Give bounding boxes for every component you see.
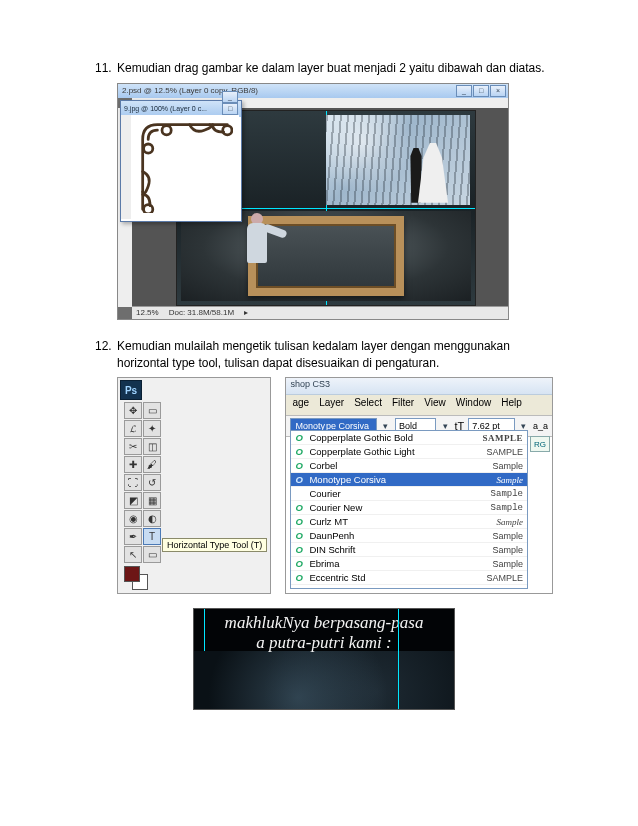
- font-sample: Sample: [497, 587, 524, 590]
- font-option[interactable]: ODIN SchriftSample: [291, 543, 527, 557]
- pen-tool-icon[interactable]: ✒: [124, 528, 142, 545]
- close-icon[interactable]: ×: [490, 85, 506, 97]
- opentype-icon: O: [295, 530, 309, 541]
- menu-item[interactable]: Window: [456, 397, 492, 413]
- font-name: Monotype Corsiva: [309, 474, 496, 485]
- font-sample: SAMPLE: [482, 433, 523, 443]
- font-option[interactable]: OMonotype CorsivaSample: [291, 473, 527, 487]
- crop-tool-icon[interactable]: ✂: [124, 438, 142, 455]
- svg-point-2: [223, 125, 232, 134]
- tool-tooltip: Horizontal Type Tool (T): [162, 538, 267, 552]
- maximize-icon[interactable]: □: [222, 103, 238, 115]
- font-name: Courier: [309, 488, 490, 499]
- eraser-tool-icon[interactable]: ◩: [124, 492, 142, 509]
- opentype-icon: O: [295, 572, 309, 583]
- bride-figure: [418, 143, 448, 203]
- font-name: DIN Schrift: [309, 544, 492, 555]
- font-option[interactable]: OEbrimaSample: [291, 557, 527, 571]
- screenshot-photoshop-canvas: 2.psd @ 12.5% (Layer 0 copy, RGB/8) _ □ …: [117, 83, 509, 320]
- healing-tool-icon[interactable]: ✚: [124, 456, 142, 473]
- minimize-icon[interactable]: _: [456, 85, 472, 97]
- font-name: Ebrima: [309, 558, 492, 569]
- font-option[interactable]: OCopperplate Gothic BoldSAMPLE: [291, 431, 527, 445]
- font-name: Courier New: [309, 502, 490, 513]
- photo-lower[interactable]: [181, 211, 471, 301]
- font-name: Edwardian Script ITC: [309, 586, 496, 589]
- opentype-icon: O: [295, 586, 309, 589]
- font-sample: SAMPLE: [486, 447, 523, 457]
- font-option[interactable]: OCurlz MTSample: [291, 515, 527, 529]
- man-holding-frame: [239, 213, 281, 281]
- font-sample: Sample: [492, 531, 523, 541]
- menu-item[interactable]: View: [424, 397, 446, 413]
- maximize-icon[interactable]: □: [473, 85, 489, 97]
- menu-item[interactable]: Select: [354, 397, 382, 413]
- opentype-icon: O: [295, 474, 309, 485]
- marquee-tool-icon[interactable]: ▭: [143, 402, 161, 419]
- ornament-canvas[interactable]: [131, 115, 239, 219]
- foreground-swatch[interactable]: [124, 566, 140, 582]
- opentype-icon: O: [295, 544, 309, 555]
- blur-tool-icon[interactable]: ◉: [124, 510, 142, 527]
- font-dropdown-list[interactable]: OCopperplate Gothic BoldSAMPLEOCopperpla…: [290, 430, 528, 589]
- font-sample: Sample: [491, 503, 523, 513]
- screenshot-tools-palette: Ps ✥ ▭ 𝓛 ✦ ✂ ◫ ✚ 🖌 ⛶ ↺ ◩ ▦ ◉ ◐ ✒: [117, 377, 271, 594]
- step-number: 11.: [95, 60, 117, 77]
- step-text: Kemudian drag gambar ke dalam layer buat…: [117, 60, 553, 77]
- shape-tool-icon[interactable]: ▭: [143, 546, 161, 563]
- menu-item[interactable]: Layer: [319, 397, 344, 413]
- font-name: Corbel: [309, 460, 492, 471]
- font-option[interactable]: OEdwardian Script ITCSample: [291, 585, 527, 589]
- font-option[interactable]: OCorbelSample: [291, 459, 527, 473]
- stamp-tool-icon[interactable]: ⛶: [124, 474, 142, 491]
- photo-upper[interactable]: [326, 115, 470, 205]
- font-option[interactable]: CourierSample: [291, 487, 527, 501]
- font-sample: Sample: [492, 461, 523, 471]
- font-option[interactable]: ODaunPenhSample: [291, 529, 527, 543]
- dodge-tool-icon[interactable]: ◐: [143, 510, 161, 527]
- history-brush-icon[interactable]: ↺: [143, 474, 161, 491]
- opentype-icon: O: [295, 502, 309, 513]
- menubar: age Layer Select Filter View Window Help: [286, 395, 552, 416]
- type-tool-icon[interactable]: T: [143, 528, 161, 545]
- wand-tool-icon[interactable]: ✦: [143, 420, 161, 437]
- opentype-icon: O: [295, 446, 309, 457]
- svg-point-0: [144, 144, 153, 153]
- font-option[interactable]: OCourier NewSample: [291, 501, 527, 515]
- font-option[interactable]: OCopperplate Gothic LightSAMPLE: [291, 445, 527, 459]
- lasso-tool-icon[interactable]: 𝓛: [124, 420, 142, 437]
- tool-palette: ✥ ▭ 𝓛 ✦ ✂ ◫ ✚ 🖌 ⛶ ↺ ◩ ▦ ◉ ◐ ✒ T ↖: [124, 402, 161, 563]
- menu-item[interactable]: Help: [501, 397, 522, 413]
- ps-logo-icon: Ps: [120, 380, 142, 400]
- font-sample: Sample: [497, 517, 524, 527]
- svg-point-1: [162, 125, 171, 134]
- chevron-right-icon[interactable]: ▸: [244, 308, 248, 317]
- gradient-tool-icon[interactable]: ▦: [143, 492, 161, 509]
- path-tool-icon[interactable]: ↖: [124, 546, 142, 563]
- minimize-icon[interactable]: _: [222, 91, 238, 103]
- opentype-icon: O: [295, 558, 309, 569]
- slice-tool-icon[interactable]: ◫: [143, 438, 161, 455]
- dark-photo-bg: [194, 651, 454, 709]
- screenshot-font-picker: shop CS3 age Layer Select Filter View Wi…: [285, 377, 553, 594]
- opentype-icon: O: [295, 432, 309, 443]
- svg-point-3: [144, 205, 153, 213]
- script-text: makhlukNya berpasang-pasa a putra-putri …: [194, 613, 454, 652]
- font-sample: Sample: [491, 489, 523, 499]
- step-12: 12. Kemudian mulailah mengetik tulisan k…: [95, 338, 553, 711]
- doc-info: Doc: 31.8M/58.1M: [169, 308, 234, 317]
- opentype-icon: O: [295, 460, 309, 471]
- font-option[interactable]: OEccentric StdSAMPLE: [291, 571, 527, 585]
- floating-window-title: 9.jpg @ 100% (Layer 0 c...: [124, 105, 207, 112]
- font-sample: Sample: [497, 475, 524, 485]
- color-swatches[interactable]: [124, 566, 148, 590]
- floating-image-window[interactable]: 9.jpg @ 100% (Layer 0 c... _ □ ×: [120, 100, 242, 222]
- brush-tool-icon[interactable]: 🖌: [143, 456, 161, 473]
- move-tool-icon[interactable]: ✥: [124, 402, 142, 419]
- menu-item[interactable]: Filter: [392, 397, 414, 413]
- font-name: DaunPenh: [309, 530, 492, 541]
- font-name: Copperplate Gothic Bold: [309, 432, 482, 443]
- rg-badge: RG: [530, 436, 550, 452]
- zoom-level[interactable]: 12.5%: [136, 308, 159, 317]
- menu-item[interactable]: age: [292, 397, 309, 413]
